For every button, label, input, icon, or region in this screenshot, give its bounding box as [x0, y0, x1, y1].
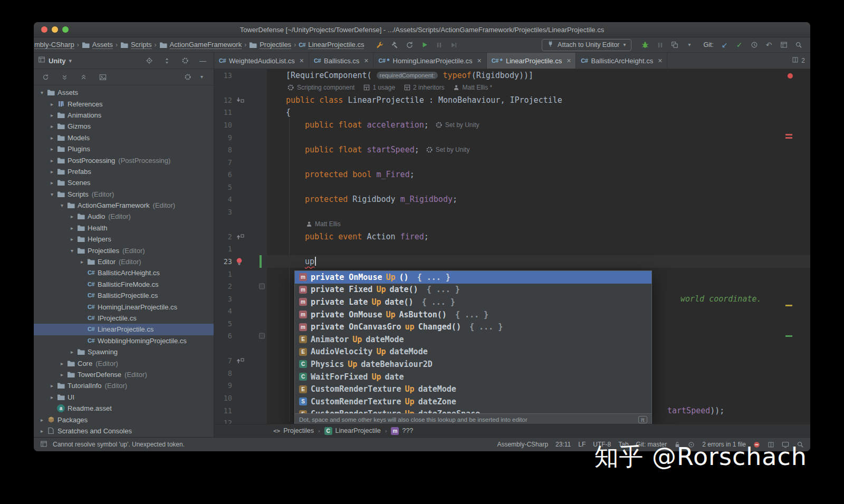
- breadcrumb-item[interactable]: Scripts: [120, 41, 152, 49]
- status-widget[interactable]: 23:11: [555, 441, 571, 448]
- collapse-button[interactable]: [77, 71, 90, 83]
- tree-item[interactable]: C#BallisticArcHeight.cs: [34, 267, 214, 278]
- run-configuration-combo[interactable]: Attach to Unity Editor ▾: [542, 39, 631, 51]
- close-tab-icon[interactable]: ×: [300, 56, 304, 65]
- project-tree[interactable]: ▾Assets▸References▸Animations▸Gizmos▸Mod…: [34, 85, 214, 437]
- status-widget[interactable]: LF: [578, 441, 586, 448]
- git-history-button[interactable]: [747, 39, 761, 51]
- editor-tab[interactable]: C#*HomingLinearProjectile.cs×: [373, 53, 486, 69]
- fold-marker[interactable]: [259, 284, 265, 289]
- tree-expand-arrow-icon[interactable]: ▸: [48, 112, 56, 118]
- completion-item[interactable]: mprivate OnMouseUp() { ... }: [295, 271, 651, 284]
- bug-button[interactable]: [639, 39, 652, 51]
- tree-expand-arrow-icon[interactable]: ▸: [48, 180, 56, 186]
- completion-item[interactable]: CWaitForFixedUpdate: [295, 371, 651, 383]
- completion-item[interactable]: mprivate LateUpdate() { ... }: [295, 296, 651, 308]
- error-stripe-mark[interactable]: [785, 137, 792, 139]
- image-button[interactable]: [96, 71, 109, 83]
- tree-item[interactable]: ▸Core(Editor): [34, 357, 214, 369]
- code-vision-item[interactable]: Scripting component: [287, 84, 354, 91]
- expand-button[interactable]: [58, 71, 71, 83]
- completion-item[interactable]: mprivate FixedUpdate() { ... }: [295, 284, 651, 296]
- panel-icon[interactable]: [40, 440, 47, 448]
- code-vision-hint[interactable]: Matt Ellis: [306, 220, 341, 228]
- tree-item[interactable]: ▾Scripts(Editor): [34, 189, 214, 200]
- git-commit-button[interactable]: ✓: [733, 39, 746, 51]
- tree-item[interactable]: ▸TutorialInfo(Editor): [34, 380, 214, 391]
- code-vision-hint[interactable]: Scripting component1 usage2 inheritorsMa…: [287, 84, 492, 91]
- pi-shortcut-icon[interactable]: π: [638, 416, 647, 423]
- gear-button[interactable]: [181, 71, 194, 83]
- tree-item[interactable]: ▾ActionGameFramework(Editor): [34, 200, 214, 211]
- tree-item[interactable]: ▸Editor(Editor): [34, 256, 214, 267]
- tree-expand-arrow-icon[interactable]: ▸: [58, 372, 66, 377]
- implements-marker-icon[interactable]: [236, 234, 244, 240]
- play-button[interactable]: [418, 39, 431, 51]
- overridden-marker-icon[interactable]: [236, 97, 244, 103]
- breadcrumb-item[interactable]: m???: [391, 427, 413, 435]
- tree-item[interactable]: ▸References: [34, 98, 214, 109]
- tree-item[interactable]: ▸Models: [34, 132, 214, 143]
- caret-button[interactable]: ▾: [683, 39, 696, 51]
- editor-tab[interactable]: C#Ballistics.cs×: [309, 53, 373, 69]
- breadcrumb-item[interactable]: Assets: [82, 41, 113, 49]
- completion-item[interactable]: EAudioVelocityUpdateMode: [295, 346, 651, 358]
- tree-item[interactable]: ▸Packages: [34, 414, 214, 425]
- git-rollback-button[interactable]: ↶: [762, 39, 775, 51]
- fold-marker[interactable]: [259, 333, 265, 339]
- completion-item[interactable]: mprivate OnMouseUpAsButton() { ... }: [295, 308, 651, 321]
- completion-item[interactable]: mprivate OnCanvasGroupChanged() { ... }: [295, 321, 651, 333]
- git-update-button[interactable]: ↙: [718, 39, 731, 51]
- code-vision-item[interactable]: 2 inheritors: [404, 84, 444, 91]
- tree-item[interactable]: ▸Spawning: [34, 346, 214, 357]
- close-tab-icon[interactable]: ×: [658, 56, 662, 65]
- tree-expand-arrow-icon[interactable]: ▸: [48, 169, 56, 175]
- breadcrumb-item[interactable]: <>Projectiles: [273, 427, 314, 434]
- tree-expand-arrow-icon[interactable]: ▸: [48, 123, 56, 129]
- change-stripe-mark[interactable]: [785, 335, 792, 337]
- close-tab-icon[interactable]: ×: [567, 56, 571, 65]
- tree-item[interactable]: ▸Health: [34, 222, 214, 234]
- tree-expand-arrow-icon[interactable]: ▾: [68, 248, 76, 254]
- tree-expand-arrow-icon[interactable]: ▸: [48, 394, 56, 400]
- project-view-selector[interactable]: Unity: [49, 57, 66, 65]
- step-button[interactable]: [447, 39, 461, 51]
- close-tab-icon[interactable]: ×: [477, 56, 482, 65]
- tree-item[interactable]: C#LinearProjectile.cs: [34, 324, 214, 335]
- hide-button[interactable]: —: [196, 55, 209, 66]
- tree-item[interactable]: ▸Animations: [34, 110, 214, 121]
- git-panel-button[interactable]: [777, 39, 790, 51]
- tree-item[interactable]: aReadme.asset: [34, 403, 214, 414]
- layers-button[interactable]: [668, 39, 682, 51]
- close-tab-icon[interactable]: ×: [364, 56, 368, 65]
- tree-expand-arrow-icon[interactable]: ▸: [38, 428, 46, 434]
- breadcrumb-item[interactable]: ActionGameFramework: [159, 41, 242, 49]
- zoom-window-button[interactable]: [62, 26, 69, 33]
- breadcrumb-item[interactable]: Projectiles: [249, 41, 291, 49]
- breadcrumb-item[interactable]: C#LinearProjectile.cs: [299, 41, 364, 49]
- completion-item[interactable]: ECustomRenderTextureUpdateZoneSpace: [295, 408, 651, 413]
- completion-item[interactable]: ECustomRenderTextureUpdateMode: [295, 383, 651, 395]
- wrench-button[interactable]: [373, 39, 387, 51]
- hammer-button[interactable]: [388, 39, 401, 51]
- implements-marker-icon[interactable]: [236, 357, 244, 364]
- tree-item[interactable]: ▸Gizmos: [34, 121, 214, 132]
- tree-item[interactable]: C#BallisticFireMode.cs: [34, 279, 214, 290]
- status-widget[interactable]: Assembly-CSharp: [497, 441, 548, 448]
- tree-expand-arrow-icon[interactable]: ▸: [48, 158, 56, 163]
- tree-expand-arrow-icon[interactable]: ▸: [68, 214, 76, 219]
- tree-expand-arrow-icon[interactable]: ▸: [48, 146, 56, 152]
- target-button[interactable]: [142, 55, 156, 66]
- tree-item[interactable]: ▸Helpers: [34, 234, 214, 245]
- completion-item[interactable]: SCustomRenderTextureUpdateZone: [295, 395, 651, 408]
- tree-expand-arrow-icon[interactable]: ▸: [48, 101, 56, 107]
- transfer-button[interactable]: [160, 55, 174, 66]
- tree-expand-arrow-icon[interactable]: ▾: [48, 191, 56, 197]
- tree-item[interactable]: ▸TowerDefense(Editor): [34, 369, 214, 380]
- tree-item[interactable]: C#WobblingHomingProjectile.cs: [34, 335, 214, 346]
- tree-item[interactable]: ▸Plugins: [34, 143, 214, 154]
- tree-item[interactable]: ▸Scenes: [34, 177, 214, 188]
- inspection-status-icon[interactable]: [788, 73, 793, 79]
- pause2-button[interactable]: [654, 39, 667, 51]
- tree-item[interactable]: ▸Scratches and Consoles: [34, 425, 214, 437]
